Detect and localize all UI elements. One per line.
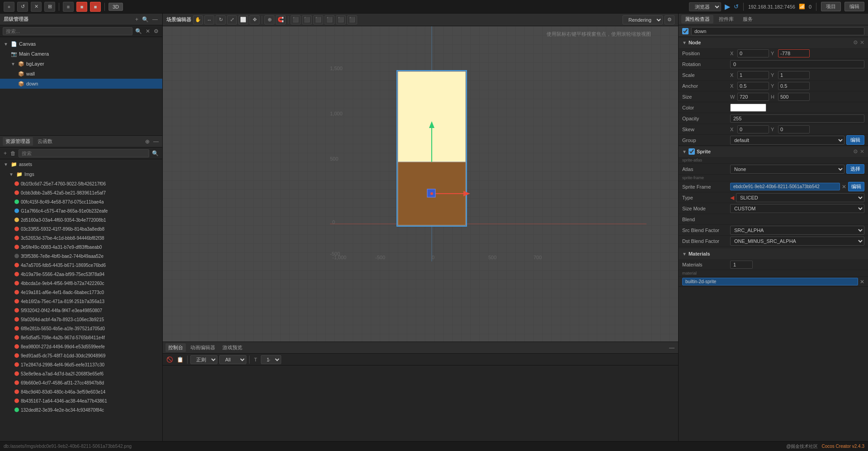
align-btn1[interactable]: ⬛: [291, 15, 301, 24]
list-item[interactable]: 8b435167-1a64-4346-ac38-44ea77b43861: [0, 396, 162, 405]
opacity-input[interactable]: [730, 114, 864, 123]
sprite-type-select[interactable]: SLICED: [736, 193, 864, 202]
anchor-y-input[interactable]: [778, 82, 810, 90]
list-item[interactable]: 0b1f3c6d7-25e7-4760-9022-5fb426217f06: [0, 179, 162, 188]
search-settings-btn[interactable]: ⚙: [153, 28, 160, 34]
browser-select[interactable]: 浏览器: [689, 2, 721, 11]
src-blend-select[interactable]: SRC_ALPHA: [730, 226, 864, 235]
assets-settings-btn[interactable]: ⊕: [144, 138, 151, 145]
grid-btn[interactable]: ⊞: [44, 2, 55, 12]
list-item[interactable]: 2d5160a3-03a4-4f60-9354-3b4e772008b1: [0, 215, 162, 224]
rendering-select[interactable]: Rendering: [623, 15, 663, 24]
search-clear-btn[interactable]: ✕: [145, 28, 151, 34]
list-item[interactable]: 8e5d5af5-708e-4a2b-967d-5765b8411e4f: [0, 333, 162, 342]
anchor-x-input[interactable]: [737, 82, 769, 90]
assets-folder[interactable]: ▼ 📁 assets: [0, 159, 162, 169]
sprite-section-close-btn[interactable]: ✕: [860, 148, 864, 155]
list-item[interactable]: 00fc415f-8c49-4e58-877d-075cc11bae4a: [0, 197, 162, 206]
scale-x-input[interactable]: [737, 71, 769, 79]
reload-btn[interactable]: ↺: [734, 3, 739, 10]
list-item[interactable]: 8ea9800f-272d-4494-99d4-e53d5599eefe: [0, 342, 162, 351]
add-btn[interactable]: +: [4, 2, 14, 12]
atlas-browse-btn[interactable]: 选择: [846, 164, 864, 174]
size-mode-select[interactable]: CUSTOM: [730, 204, 864, 213]
list-item[interactable]: G1a7f66c4-c575-47ae-865a-91e0b232eafe: [0, 206, 162, 215]
cloud-tab[interactable]: 云函数: [35, 137, 55, 146]
material-input[interactable]: [682, 278, 858, 285]
assets-collapse-btn[interactable]: —: [152, 138, 160, 145]
assets-tab[interactable]: 资源管理器: [3, 137, 33, 146]
list-item[interactable]: 4bbcda1e-9eb4-4f56-94f8-b72a7422260c: [0, 279, 162, 288]
layer-search-btn[interactable]: 🔍: [141, 16, 150, 23]
hand-tool-btn[interactable]: ✋: [193, 15, 203, 24]
menu-btn[interactable]: ≡: [63, 2, 74, 12]
list-item[interactable]: 69b660e0-4cf7-4586-af31-27cc48947b8d: [0, 378, 162, 387]
skew-y-input[interactable]: [778, 125, 810, 133]
service-tab[interactable]: 服务: [739, 15, 756, 24]
preview-tab[interactable]: 游戏预览: [220, 343, 245, 352]
position-x-input[interactable]: [737, 49, 769, 57]
sprite-enabled-checkbox[interactable]: [689, 148, 695, 155]
position-y-input[interactable]: [778, 49, 810, 57]
list-item[interactable]: 84bc9d40-83d0-480c-b46a-3ef59e603e14: [0, 387, 162, 396]
project-btn[interactable]: 项目: [821, 2, 841, 11]
list-item[interactable]: 3c52653d-37be-4c1d-bbb8-94446bf82f38: [0, 233, 162, 242]
assets-search-input[interactable]: [19, 149, 149, 157]
scale-tool-btn[interactable]: ⤢: [227, 15, 237, 24]
node-section-settings-btn[interactable]: ⚙: [853, 39, 858, 46]
list-item[interactable]: 3f3f5386-7e8e-4bf0-bae2-744b49aaa52e: [0, 252, 162, 261]
tree-item-wall[interactable]: 📦 wall: [0, 69, 162, 79]
close-btn[interactable]: ✕: [31, 2, 42, 12]
list-item[interactable]: 53e8e9ea-a7ad-4d7d-ba2f-2068f3e65ef6: [0, 369, 162, 378]
rotation-input[interactable]: [730, 60, 864, 68]
size-w-input[interactable]: [737, 93, 769, 101]
align-btn5[interactable]: ⬛: [336, 15, 346, 24]
list-item[interactable]: 4eb16f2a-75ec-471a-819f-251b7a356a13: [0, 297, 162, 306]
multi-tool-btn[interactable]: ✥: [250, 15, 259, 24]
sprite-section-header[interactable]: ▼ Sprite ⚙ ✕: [679, 146, 868, 157]
search-icon[interactable]: 🔍: [134, 28, 143, 34]
tree-item-canvas[interactable]: ▼ 📄 Canvas: [0, 39, 162, 49]
dst-blend-select[interactable]: ONE_MINUS_SRC_ALPHA: [730, 237, 864, 246]
skew-x-input[interactable]: [737, 125, 769, 133]
list-item[interactable]: 6f8e281b-5650-4b5e-a1fe-397521d705d0: [0, 324, 162, 333]
console-level-select[interactable]: 正则: [190, 355, 217, 364]
material-clear-btn[interactable]: ✕: [860, 279, 864, 285]
sprite-frame-edit-btn[interactable]: 编辑: [848, 182, 864, 191]
layer-search-input[interactable]: [3, 27, 132, 35]
list-item[interactable]: 4a7a5705-fdb5-4435-b671-18695ce76bd6: [0, 261, 162, 270]
color-btn1[interactable]: ■: [76, 2, 87, 12]
size-h-input[interactable]: [778, 93, 810, 101]
console-clear-btn[interactable]: 🚫: [165, 356, 174, 363]
align-btn3[interactable]: ⬛: [313, 15, 323, 24]
materials-count-input[interactable]: [730, 261, 753, 269]
node-section-header[interactable]: ▼ Node ⚙ ✕: [679, 37, 868, 48]
node-enabled-checkbox[interactable]: [682, 28, 689, 34]
color-picker[interactable]: [730, 104, 766, 112]
list-item[interactable]: 4e19a181-af6e-4ef1-8adc-6babec1773c0: [0, 288, 162, 297]
assets-search-btn[interactable]: 🔍: [151, 150, 160, 157]
sprite-section-settings-btn[interactable]: ⚙: [853, 148, 858, 155]
list-item[interactable]: 0cbb3dbb-2a85-42a5-be21-9839611e5af7: [0, 188, 162, 197]
console-copy-btn[interactable]: 📋: [176, 356, 184, 363]
list-item[interactable]: 132ded82-3e39-4e2e-bc34-fc934870f84c: [0, 405, 162, 414]
inspector-tab[interactable]: 属性检查器: [681, 15, 713, 24]
imgs-folder[interactable]: ▼ 📁 Imgs: [0, 169, 162, 179]
list-item[interactable]: 4b19a79e-5566-42aa-bf99-75ec53f78a94: [0, 270, 162, 279]
color-btn2[interactable]: ■: [90, 2, 101, 12]
play-btn[interactable]: ▶: [725, 2, 730, 11]
layer-add-btn[interactable]: +: [134, 16, 139, 23]
console-collapse-btn[interactable]: —: [668, 345, 675, 351]
sprite-frame-clear-btn[interactable]: ✕: [842, 184, 846, 190]
list-item[interactable]: 5f932042-0f42-44fa-9f47-e3ea49850807: [0, 306, 162, 315]
list-item[interactable]: 5fa0264d-acbf-4a7b-8923-c106ec3b9215: [0, 315, 162, 324]
scene-settings-btn[interactable]: ⚙: [665, 15, 675, 24]
align-btn2[interactable]: ⬛: [302, 15, 312, 24]
scene-view[interactable]: 使用鼠标右键平移视窗焦点，使用滚轮缩放视图: [163, 26, 678, 342]
materials-section-header[interactable]: ▼ Materials: [679, 248, 868, 259]
animation-tab[interactable]: 动画编辑器: [188, 343, 218, 352]
rect-tool-btn[interactable]: ⬜: [238, 15, 248, 24]
anchor-tool-btn[interactable]: ⊕: [264, 15, 274, 24]
rotate-tool-btn[interactable]: ↻: [216, 15, 226, 24]
assets-add-btn[interactable]: +: [3, 150, 8, 157]
